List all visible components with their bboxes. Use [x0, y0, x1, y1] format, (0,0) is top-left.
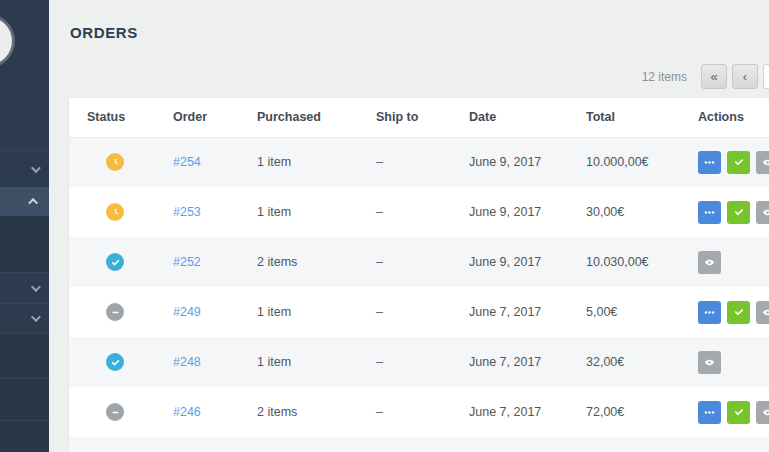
order-total: 32,00€	[586, 355, 624, 369]
purchased-count: 1 item	[257, 155, 291, 169]
row-actions	[698, 401, 769, 424]
chevron-down-icon	[31, 163, 41, 173]
ship-to-value: –	[376, 205, 383, 219]
purchased-count: 1 item	[257, 205, 291, 219]
sidebar-divider	[0, 420, 49, 421]
ellipsis-icon	[703, 306, 716, 319]
sidebar-divider	[0, 378, 49, 379]
check-icon	[106, 253, 124, 271]
order-total: 10.030,00€	[586, 255, 649, 269]
row-actions-menu-button[interactable]	[698, 301, 721, 324]
sidebar-item-menu-group-4[interactable]	[0, 303, 49, 333]
order-date: June 9, 2017	[469, 205, 541, 219]
pagination-prev-button[interactable]: ‹	[732, 64, 758, 89]
minus-icon	[106, 403, 124, 421]
view-order-button[interactable]	[756, 201, 769, 224]
pagination-toolbar: 12 items « ‹ 1	[642, 64, 769, 89]
column-header-purchased[interactable]: Purchased	[257, 98, 376, 137]
row-actions-menu-button[interactable]	[698, 151, 721, 174]
approve-order-button[interactable]	[727, 301, 750, 324]
row-actions-menu-button[interactable]	[698, 201, 721, 224]
sidebar	[0, 0, 49, 452]
chevron-up-icon	[28, 198, 38, 208]
check-icon	[733, 306, 745, 318]
table-header-row: StatusOrderPurchasedShip toDateTotalActi…	[69, 98, 769, 137]
ellipsis-icon	[703, 406, 716, 419]
ellipsis-icon	[703, 156, 716, 169]
ellipsis-icon	[703, 206, 716, 219]
clock-icon	[106, 153, 124, 171]
table-row: #2462 items–June 7, 201772,00€	[69, 387, 769, 437]
order-total: 10.000,00€	[586, 155, 649, 169]
view-order-button[interactable]	[756, 401, 769, 424]
column-header-actions[interactable]: Actions	[698, 98, 769, 137]
column-header-total[interactable]: Total	[586, 98, 698, 137]
sidebar-item-menu-group-3[interactable]	[0, 272, 49, 303]
table-row-partial	[69, 437, 769, 452]
table-row: #2541 item–June 9, 201710.000,00€	[69, 137, 769, 187]
page-title: ORDERS	[70, 24, 138, 41]
eye-icon	[761, 406, 769, 419]
view-order-button[interactable]	[756, 301, 769, 324]
order-date: June 7, 2017	[469, 405, 541, 419]
ship-to-value: –	[376, 405, 383, 419]
view-order-button[interactable]	[698, 251, 721, 274]
eye-icon	[761, 206, 769, 219]
order-date: June 9, 2017	[469, 155, 541, 169]
app-logo[interactable]	[0, 17, 12, 65]
order-date: June 9, 2017	[469, 255, 541, 269]
order-date: June 7, 2017	[469, 355, 541, 369]
order-total: 72,00€	[586, 405, 624, 419]
ship-to-value: –	[376, 305, 383, 319]
row-actions-menu-button[interactable]	[698, 401, 721, 424]
view-order-button[interactable]	[698, 351, 721, 374]
approve-order-button[interactable]	[727, 201, 750, 224]
row-actions	[698, 201, 769, 224]
view-order-button[interactable]	[756, 151, 769, 174]
sidebar-item-menu-group-1[interactable]	[0, 150, 49, 187]
purchased-count: 1 item	[257, 355, 291, 369]
table-row: #2481 item–June 7, 201732,00€	[69, 337, 769, 387]
check-icon	[733, 206, 745, 218]
orders-table: StatusOrderPurchasedShip toDateTotalActi…	[69, 98, 769, 452]
approve-order-button[interactable]	[727, 401, 750, 424]
eye-icon	[703, 356, 716, 369]
order-number-link[interactable]: #252	[173, 255, 201, 269]
clock-icon	[106, 203, 124, 221]
column-header-date[interactable]: Date	[469, 98, 586, 137]
sidebar-item-menu-group-2[interactable]	[0, 187, 49, 216]
order-number-link[interactable]: #249	[173, 305, 201, 319]
order-date: June 7, 2017	[469, 305, 541, 319]
column-header-status[interactable]: Status	[69, 98, 173, 137]
table-row: #2522 items–June 9, 201710.030,00€	[69, 237, 769, 287]
row-actions	[698, 351, 769, 374]
eye-icon	[703, 256, 716, 269]
check-icon	[106, 353, 124, 371]
eye-icon	[761, 306, 769, 319]
main-content: ORDERS 12 items « ‹ 1 StatusOrderPurchas…	[49, 0, 769, 452]
ship-to-value: –	[376, 355, 383, 369]
approve-order-button[interactable]	[727, 151, 750, 174]
pagination-first-button[interactable]: «	[701, 64, 727, 89]
sidebar-submenu-section	[0, 216, 49, 272]
purchased-count: 2 items	[257, 255, 297, 269]
orders-table-card: StatusOrderPurchasedShip toDateTotalActi…	[68, 97, 769, 452]
current-page-input[interactable]: 1	[763, 64, 769, 89]
table-row: #2491 item–June 7, 20175,00€	[69, 287, 769, 337]
eye-icon	[761, 156, 769, 169]
row-actions	[698, 251, 769, 274]
column-header-ship-to[interactable]: Ship to	[376, 98, 469, 137]
ship-to-value: –	[376, 155, 383, 169]
sidebar-bottom-section	[0, 333, 49, 452]
chevron-down-icon	[31, 282, 41, 292]
order-number-link[interactable]: #248	[173, 355, 201, 369]
purchased-count: 2 items	[257, 405, 297, 419]
column-header-order[interactable]: Order	[173, 98, 257, 137]
double-chevron-left-icon: «	[710, 69, 717, 84]
order-number-link[interactable]: #254	[173, 155, 201, 169]
chevron-left-icon: ‹	[743, 69, 747, 84]
order-number-link[interactable]: #246	[173, 405, 201, 419]
order-total: 5,00€	[586, 305, 617, 319]
row-actions	[698, 301, 769, 324]
order-number-link[interactable]: #253	[173, 205, 201, 219]
